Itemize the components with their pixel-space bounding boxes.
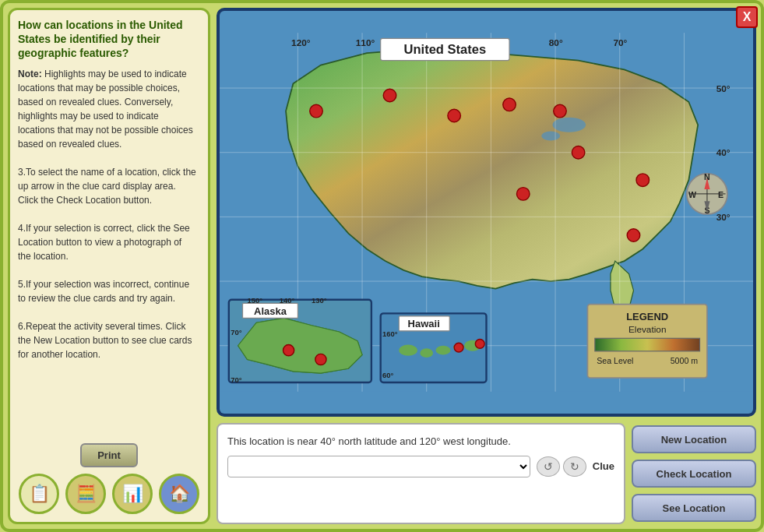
- svg-text:60°: 60°: [382, 371, 393, 379]
- clue-back-button[interactable]: ↺: [537, 456, 560, 477]
- action-buttons-panel: New Location Check Location See Location: [632, 423, 756, 524]
- clue-arrow-controls: ↺ ↻: [537, 456, 586, 477]
- clue-forward-button[interactable]: ↻: [563, 456, 586, 477]
- location-text: This location is near 40° north latitude…: [227, 434, 614, 449]
- instruction-4: 4.If your selection is correct, click th…: [18, 221, 197, 263]
- svg-point-36: [420, 348, 433, 358]
- right-panel: 120° 110° 100° 90° 80° 70° 50° 40° 30° U…: [217, 8, 756, 524]
- left-panel: How can locations in the United States b…: [8, 8, 210, 524]
- note-text: Highlights may be used to indicate locat…: [18, 69, 193, 150]
- note-label: Note:: [18, 69, 42, 79]
- main-container: How can locations in the United States b…: [8, 8, 756, 524]
- svg-point-63: [554, 104, 567, 118]
- close-button[interactable]: X: [736, 6, 758, 28]
- svg-text:5000 m: 5000 m: [671, 356, 699, 365]
- svg-text:130°: 130°: [312, 296, 327, 305]
- svg-point-70: [454, 343, 463, 352]
- svg-point-71: [475, 339, 484, 348]
- svg-text:120°: 120°: [291, 37, 311, 48]
- svg-text:E: E: [718, 190, 724, 199]
- svg-text:70°: 70°: [231, 328, 241, 336]
- instruction-6: 6.Repeat the activity several times. Cli…: [18, 319, 197, 361]
- bottom-section: This location is near 40° north latitude…: [217, 423, 756, 524]
- svg-text:Alaska: Alaska: [254, 305, 287, 317]
- svg-point-2: [541, 132, 560, 141]
- svg-text:50°: 50°: [716, 83, 731, 94]
- new-location-button[interactable]: New Location: [632, 425, 756, 453]
- svg-point-35: [399, 345, 417, 356]
- svg-text:70°: 70°: [231, 375, 241, 384]
- home-icon: 🏠: [169, 484, 190, 504]
- svg-point-64: [572, 146, 585, 159]
- svg-point-69: [315, 354, 326, 365]
- svg-point-59: [310, 104, 323, 118]
- print-button[interactable]: Print: [80, 443, 138, 467]
- check-location-button[interactable]: Check Location: [632, 460, 756, 488]
- svg-text:40°: 40°: [716, 147, 731, 158]
- svg-text:LEGEND: LEGEND: [626, 311, 668, 322]
- svg-text:Elevation: Elevation: [628, 324, 667, 335]
- see-location-button[interactable]: See Location: [632, 494, 756, 522]
- svg-point-65: [636, 174, 650, 187]
- clue-label: Clue: [593, 460, 614, 472]
- svg-point-61: [448, 109, 461, 122]
- home-icon-button[interactable]: 🏠: [159, 474, 199, 514]
- svg-text:150°: 150°: [247, 296, 262, 305]
- calculator1-icon: 🧮: [76, 484, 97, 504]
- svg-text:160°: 160°: [382, 329, 398, 338]
- notes-icon: 📋: [29, 484, 50, 504]
- map-container: 120° 110° 100° 90° 80° 70° 50° 40° 30° U…: [217, 8, 756, 417]
- instructions-scroll[interactable]: Note: Highlights may be used to indicate…: [18, 67, 200, 435]
- svg-text:Sea Level: Sea Level: [597, 356, 633, 365]
- svg-point-37: [436, 346, 451, 355]
- svg-point-1: [553, 118, 586, 132]
- svg-text:30°: 30°: [716, 212, 731, 223]
- svg-point-68: [283, 345, 294, 356]
- svg-point-60: [383, 89, 396, 102]
- clue-box: This location is near 40° north latitude…: [217, 423, 625, 524]
- bottom-icons-bar: 📋 🧮 📊 🏠: [18, 474, 200, 514]
- map-svg: 120° 110° 100° 90° 80° 70° 50° 40° 30° U…: [220, 11, 753, 414]
- calculator2-icon: 📊: [122, 484, 143, 504]
- svg-text:80°: 80°: [549, 37, 563, 48]
- location-dropdown[interactable]: [227, 456, 530, 477]
- notes-icon-button[interactable]: 📋: [19, 474, 59, 514]
- calculator2-icon-button[interactable]: 📊: [112, 474, 153, 514]
- svg-point-62: [503, 98, 516, 111]
- svg-text:Hawaii: Hawaii: [408, 318, 440, 329]
- clue-controls: ↺ ↻ Clue: [227, 456, 614, 477]
- question-title: How can locations in the United States b…: [18, 18, 200, 61]
- svg-text:W: W: [688, 190, 696, 199]
- svg-text:140°: 140°: [280, 296, 295, 305]
- svg-text:70°: 70°: [613, 37, 627, 48]
- svg-point-67: [516, 188, 530, 201]
- svg-text:United States: United States: [404, 42, 487, 57]
- instruction-3: 3.To select the name of a location, clic…: [18, 165, 197, 207]
- svg-point-66: [627, 229, 640, 242]
- calculator1-icon-button[interactable]: 🧮: [65, 474, 106, 514]
- instruction-5: 5.If your selection was incorrect, conti…: [18, 277, 197, 305]
- svg-rect-47: [595, 338, 700, 351]
- svg-text:110°: 110°: [356, 37, 375, 48]
